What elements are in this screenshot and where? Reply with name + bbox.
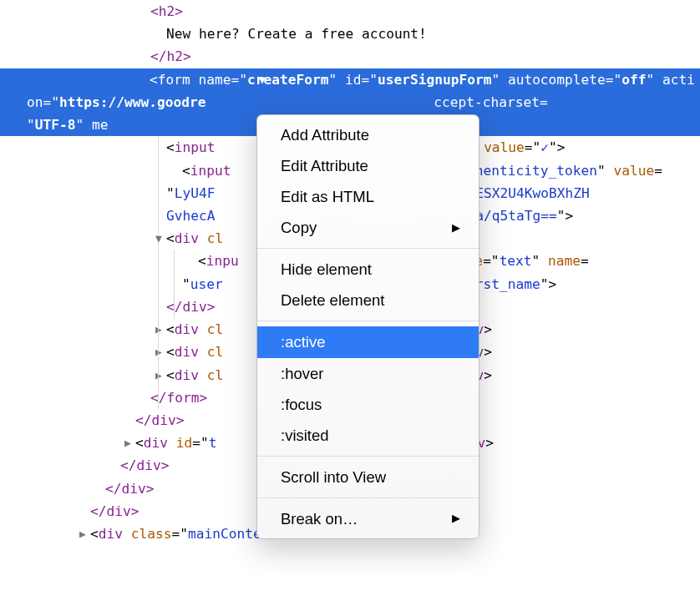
menu-scroll-into-view[interactable]: Scroll into View — [257, 462, 479, 492]
dom-text-node: New here? Create a free account! — [0, 23, 700, 45]
menu-edit-as-html[interactable]: Edit as HTML — [257, 181, 479, 212]
disclosure-closed-icon[interactable]: ▶ — [153, 366, 165, 385]
menu-pseudo-active[interactable]: :active — [257, 326, 479, 357]
context-menu: Add Attribute Edit Attribute Edit as HTM… — [256, 114, 479, 539]
dom-tag-open: <h2> — [0, 0, 700, 23]
menu-delete-element[interactable]: Delete element — [257, 285, 479, 316]
menu-break-on[interactable]: Break on…▶ — [257, 503, 479, 534]
disclosure-closed-icon[interactable]: ▶ — [122, 434, 134, 452]
menu-separator — [257, 497, 479, 498]
disclosure-closed-icon[interactable]: ▶ — [153, 321, 165, 339]
menu-edit-attribute[interactable]: Edit Attribute — [257, 150, 479, 181]
dom-tag-close: </h2> — [0, 45, 700, 68]
disclosure-closed-icon[interactable]: ▶ — [153, 343, 165, 361]
submenu-arrow-icon: ▶ — [452, 509, 460, 528]
menu-separator — [257, 456, 479, 457]
disclosure-closed-icon[interactable]: ▶ — [77, 525, 89, 543]
menu-pseudo-hover[interactable]: :hover — [257, 358, 479, 389]
disclosure-open-icon[interactable]: ▼ — [136, 71, 148, 89]
menu-separator — [257, 248, 479, 249]
menu-pseudo-focus[interactable]: :focus — [257, 389, 479, 420]
menu-pseudo-visited[interactable]: :visited — [257, 420, 479, 451]
disclosure-open-icon[interactable]: ▼ — [153, 230, 165, 248]
menu-hide-element[interactable]: Hide element — [257, 254, 479, 285]
menu-separator — [257, 321, 479, 321]
menu-add-attribute[interactable]: Add Attribute — [257, 119, 479, 150]
submenu-arrow-icon: ▶ — [452, 219, 460, 237]
menu-copy[interactable]: Copy▶ — [257, 212, 479, 243]
